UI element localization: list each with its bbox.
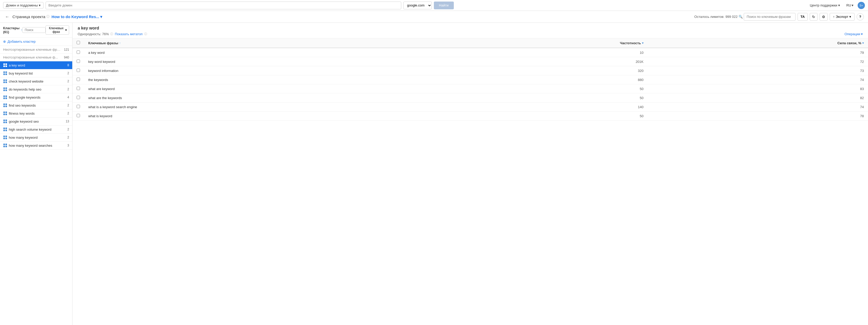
avatar[interactable]: S+: [858, 2, 865, 9]
sidebar-item-a-key-word[interactable]: a key word 8: [0, 61, 72, 69]
row-checkbox[interactable]: [76, 51, 80, 54]
keyword-sort-icon: ↑: [119, 41, 121, 44]
row-checkbox[interactable]: [76, 77, 80, 81]
limits-label: Осталось лимитов:: [694, 15, 724, 19]
svg-rect-31: [5, 122, 7, 123]
content-area: a key word Однородность: 76% ⓘ Показать …: [72, 23, 868, 325]
settings-button[interactable]: ⚙: [819, 13, 828, 21]
cluster-icon: [3, 87, 7, 91]
row-checkbox-cell: [72, 93, 84, 102]
operations-button[interactable]: Операции ▾: [844, 32, 863, 36]
sidebar-item-find-seo-keywords[interactable]: find seo keywords 2: [0, 101, 72, 109]
cluster-icon: [3, 95, 7, 99]
svg-rect-36: [3, 136, 5, 137]
project-title[interactable]: How to do Keyword Res... ▾: [52, 14, 102, 19]
homogeneity-info-icon: ⓘ: [110, 32, 113, 36]
svg-rect-26: [3, 113, 5, 115]
project-title-text: How to do Keyword Res...: [52, 14, 99, 19]
cluster-icon: [3, 111, 7, 116]
limits-info: Осталось лимитов: 999 022 🔍: [694, 13, 796, 21]
row-frequency: 320: [446, 66, 648, 75]
th-keyword[interactable]: Ключевые фразы ↑: [84, 38, 446, 48]
sidebar-item-unsorted1[interactable]: Неотсортированные ключевые фразы 121: [0, 46, 72, 54]
help-button[interactable]: ?: [857, 13, 864, 21]
sidebar-item-how-many-keyword[interactable]: how many keyword 2: [0, 133, 72, 141]
svg-rect-7: [5, 73, 7, 75]
sidebar-item-unsorted2[interactable]: Неотсортированные ключевые ф... 940: [0, 54, 72, 61]
svg-rect-2: [3, 65, 5, 67]
table-row: a key word 10 79: [72, 48, 868, 57]
columns-button[interactable]: Ключевых фраз ▾: [45, 25, 69, 35]
sidebar-item-label: find google keywords: [9, 96, 61, 99]
sidebar-item-check-keyword-website[interactable]: check keyword website 2: [0, 77, 72, 86]
sidebar-item-label: fitness key words: [9, 111, 61, 116]
sidebar-item-label: find seo keywords: [9, 103, 61, 107]
support-center[interactable]: Центр поддержки ▾: [808, 2, 842, 8]
operations-label: Операции: [844, 32, 860, 36]
export-button[interactable]: ↑ Экспорт ▾: [830, 13, 855, 21]
sidebar-item-count: 940: [63, 56, 69, 59]
language-selector[interactable]: RU ▾: [844, 2, 856, 8]
sidebar-list: Неотсортированные ключевые фразы 121 Нео…: [0, 46, 72, 325]
sidebar-item-find-google-keywords[interactable]: find google keywords 4: [0, 93, 72, 101]
main-layout: Кластеры (61) ↑ Ключевых фраз ▾ ⊕ Добави…: [0, 23, 868, 325]
sidebar-search-input[interactable]: [22, 27, 45, 33]
sidebar-item-label: high search volume keyword: [9, 128, 61, 131]
th-frequency-label: Частотность: [620, 41, 641, 45]
row-checkbox[interactable]: [76, 69, 80, 72]
find-button[interactable]: Найти: [434, 2, 454, 9]
svg-rect-42: [3, 146, 5, 147]
project-info-icon: ⓘ: [46, 14, 50, 19]
refresh-button[interactable]: ↻: [810, 13, 817, 21]
row-checkbox[interactable]: [76, 60, 80, 63]
svg-rect-12: [3, 88, 5, 89]
domain-input[interactable]: [45, 2, 401, 9]
sidebar-item-label: a key word: [9, 63, 61, 67]
table-row: what is a keyword search engine 140 74: [72, 102, 868, 111]
content-meta: Однородность: 76% ⓘ Показать метатоп ⓘ О…: [78, 32, 863, 36]
sidebar-item-buy-keyword-list[interactable]: buy keyword list 2: [0, 69, 72, 77]
domain-type-dropdown[interactable]: Домен и поддомены ▾: [3, 2, 43, 8]
svg-rect-43: [5, 146, 7, 147]
row-checkbox[interactable]: [76, 114, 80, 117]
show-metatop-link[interactable]: Показать метатоп: [115, 32, 143, 36]
row-strength: 78: [648, 111, 868, 121]
sidebar-item-high-search-volume-keyword[interactable]: high search volume keyword 2: [0, 126, 72, 133]
add-cluster-button[interactable]: ⊕ Добавить кластер: [3, 40, 35, 43]
svg-rect-40: [3, 143, 5, 145]
ta-button[interactable]: ТА: [798, 13, 808, 21]
chevron-down-icon: ▾: [861, 32, 863, 36]
chevron-down-icon: ▾: [849, 15, 851, 19]
sidebar-item-count: 2: [63, 71, 69, 75]
table-row: key word keyword 201K 72: [72, 57, 868, 66]
svg-rect-38: [3, 138, 5, 139]
search-phrases-input[interactable]: [744, 13, 796, 21]
svg-rect-13: [5, 88, 7, 89]
row-checkbox-cell: [72, 84, 84, 93]
svg-rect-15: [5, 90, 7, 91]
domain-select[interactable]: google.com: [403, 2, 432, 9]
add-cluster-label: Добавить кластер: [7, 40, 35, 43]
sidebar-item-count: 2: [63, 136, 69, 139]
row-checkbox[interactable]: [76, 96, 80, 99]
back-button[interactable]: ←: [4, 13, 10, 20]
sidebar-item-google-keyword-seo[interactable]: google keyword seo 13: [0, 118, 72, 126]
sidebar-item-do-keywords-help-seo[interactable]: do keywords help seo 2: [0, 86, 72, 93]
svg-rect-32: [3, 128, 5, 129]
row-strength: 72: [648, 57, 868, 66]
select-all-checkbox[interactable]: [76, 41, 80, 44]
row-checkbox[interactable]: [76, 105, 80, 108]
table-header-row: Ключевые фразы ↑ Частотность ▾: [72, 38, 868, 48]
svg-rect-0: [3, 63, 5, 65]
sidebar-item-how-many-keyword-searches[interactable]: how many keyword searches 3: [0, 141, 72, 150]
th-strength[interactable]: Сила связи, % ▾: [648, 38, 868, 48]
row-strength: 79: [648, 48, 868, 57]
row-keyword: what is a keyword search engine: [84, 102, 446, 111]
row-checkbox[interactable]: [76, 87, 80, 90]
domain-type-label: Домен и поддомены: [6, 3, 38, 7]
sidebar-item-fitness-key-words[interactable]: fitness key words 2: [0, 109, 72, 118]
row-strength: 74: [648, 75, 868, 84]
row-strength: 73: [648, 66, 868, 75]
row-keyword: what are the keywords: [84, 93, 446, 102]
th-frequency[interactable]: Частотность ▾: [446, 38, 648, 48]
